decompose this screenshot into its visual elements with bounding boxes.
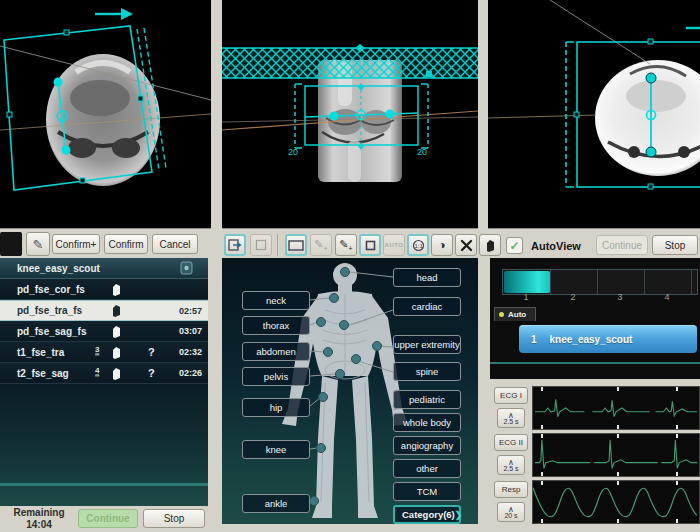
check-icon: ✓: [509, 240, 519, 252]
body-button-upper-extremity[interactable]: upper extremity: [393, 335, 461, 354]
protocol-list-empty-area: [0, 384, 208, 506]
protocol-row[interactable]: pd_fse_sag_fs 03:07: [0, 321, 208, 342]
scan-duration: 02:57: [179, 306, 202, 316]
protocol-name: t2_fse_sag: [17, 368, 69, 379]
body-button-tcm[interactable]: TCM: [393, 482, 461, 501]
body-button-whole-body[interactable]: whole body: [393, 413, 461, 432]
category-button[interactable]: Category(6) ❯: [393, 505, 461, 524]
waveform-strip-ecg2: ECG II ∧ 2.5 s: [492, 433, 700, 477]
body-button-ankle[interactable]: ankle: [242, 494, 310, 513]
confirm-plus-button[interactable]: Confirm+: [52, 234, 100, 254]
protocol-row-scout[interactable]: knee_easy_scout: [0, 258, 208, 279]
auto-tab-label: Auto: [508, 310, 526, 319]
body-button-knee[interactable]: knee: [242, 440, 310, 459]
body-button-hip[interactable]: hip: [242, 398, 310, 417]
page-transfer-icon: [228, 239, 242, 251]
body-button-thorax[interactable]: thorax: [242, 316, 310, 335]
remaining-label: Remaining: [4, 507, 74, 519]
mri-console-window: 20 20: [0, 0, 700, 532]
body-button-cardiac[interactable]: cardiac: [393, 297, 461, 316]
ecg2-label-button[interactable]: ECG II: [494, 434, 528, 451]
protocol-row[interactable]: t1_fse_tra 3∞ ? 02:32: [0, 342, 208, 363]
load-to-viewer-button[interactable]: [224, 234, 246, 256]
axial-knee-image-left: [0, 0, 211, 228]
body-button-pelvis[interactable]: pelvis: [242, 367, 310, 386]
autoview-stop-button[interactable]: Stop: [652, 235, 698, 255]
body-button-head[interactable]: head: [393, 268, 461, 287]
ecg1-graph: [532, 386, 700, 430]
stop-scan-button[interactable]: Stop: [143, 509, 205, 528]
small-fov-tool-button[interactable]: [359, 234, 381, 256]
fov-rectangle-tool-button[interactable]: [285, 234, 307, 256]
add-annotation-button-disabled[interactable]: ✎+: [310, 234, 332, 256]
window-contrast-button[interactable]: ◑: [431, 234, 453, 256]
autoview-checkbox[interactable]: ✓: [506, 237, 523, 254]
grab-button[interactable]: [479, 234, 501, 256]
scan-duration: 02:26: [179, 368, 202, 378]
resp-label-button[interactable]: Resp: [494, 481, 528, 498]
edit-pencil-button[interactable]: ✎: [26, 232, 50, 256]
cancel-button[interactable]: Cancel: [152, 234, 198, 254]
remaining-time-block: Remaining 14:04: [4, 507, 74, 531]
protocol-row[interactable]: pd_fse_cor_fs: [0, 279, 208, 300]
copy-icon: [111, 346, 122, 359]
ecg2-scale-button[interactable]: ∧ 2.5 s: [497, 455, 525, 475]
tools-button[interactable]: [455, 234, 477, 256]
category-label: Category(6): [402, 509, 455, 520]
timeline-tick: 2: [563, 292, 583, 302]
body-button-angiography[interactable]: angiography: [393, 436, 461, 455]
hand-icon: [485, 239, 496, 252]
body-button-other[interactable]: other: [393, 459, 461, 478]
autoview-label: AutoView: [531, 240, 581, 252]
timeline-divider: [550, 270, 551, 294]
body-button-spine[interactable]: spine: [393, 362, 461, 381]
protocol-row[interactable]: t2_fse_sag 4∞ ? 02:26: [0, 363, 208, 384]
viewport-coronal-middle[interactable]: 20 20: [222, 0, 478, 229]
body-button-abdomen[interactable]: abdomen: [242, 342, 310, 361]
continue-scan-button[interactable]: Continue: [78, 509, 138, 528]
ecg2-graph: [532, 433, 700, 477]
viewport-axial-left[interactable]: [0, 0, 211, 229]
pencil-icon: ✎: [33, 237, 44, 252]
ecg1-label-button[interactable]: ECG I: [494, 387, 528, 404]
add-annotation-button[interactable]: ✎+: [335, 234, 357, 256]
copy-icon: [111, 304, 122, 317]
auto-queue-tab[interactable]: Auto: [494, 307, 536, 321]
svg-text:1:1: 1:1: [414, 243, 423, 249]
scale-value: 2.5 s: [503, 419, 518, 425]
rectangle-outline-icon: [288, 240, 304, 251]
viewport-axial-right[interactable]: [488, 0, 700, 229]
link-count-badge: 3∞: [95, 347, 99, 357]
page-button[interactable]: [250, 234, 272, 256]
timeline-divider: [644, 270, 645, 294]
protocol-name: knee_easy_scout: [17, 263, 100, 274]
resp-graph: [532, 480, 700, 524]
waveform-strip-resp: Resp ∧ 20 s: [492, 480, 700, 524]
timeline-tick: 4: [657, 292, 677, 302]
resp-scale-button[interactable]: ∧ 20 s: [497, 502, 525, 522]
list-separator-line: [0, 483, 208, 486]
body-button-neck[interactable]: neck: [242, 291, 310, 310]
auto-position-button[interactable]: AUTO: [383, 234, 405, 256]
queue-item-knee-easy-scout[interactable]: 1 knee_easy_scout: [519, 325, 697, 353]
protocol-row-selected[interactable]: pd_fse_tra_fs 02:57: [0, 300, 208, 321]
body-button-pediatric[interactable]: pediatric: [393, 390, 461, 409]
confirm-button[interactable]: Confirm: [104, 234, 148, 254]
zoom-100-button[interactable]: 1:1: [407, 234, 429, 256]
autoview-continue-button[interactable]: Continue: [596, 235, 648, 255]
timeline-progress-fill: [504, 271, 550, 293]
chevron-right-icon: ❯: [455, 510, 463, 520]
autoview-queue-panel: 1 knee_easy_scout: [490, 321, 700, 379]
fov-size-label-right: 20: [417, 147, 427, 157]
ecg1-scale-button[interactable]: ∧ 2.5 s: [497, 408, 525, 428]
timeline-tick: 1: [516, 292, 536, 302]
toolbar-divider: [277, 234, 278, 256]
coronal-knee-image: 20 20: [222, 0, 478, 228]
timeline-tick: 3: [610, 292, 630, 302]
link-count-badge: 4∞: [95, 368, 99, 378]
waveform-strip-ecg1: ECG I ∧ 2.5 s: [492, 386, 700, 430]
remaining-value: 14:04: [4, 519, 74, 531]
docked-tool-slot: [0, 232, 22, 256]
protocol-name: t1_fse_tra: [17, 347, 64, 358]
page-icon: [255, 239, 267, 251]
